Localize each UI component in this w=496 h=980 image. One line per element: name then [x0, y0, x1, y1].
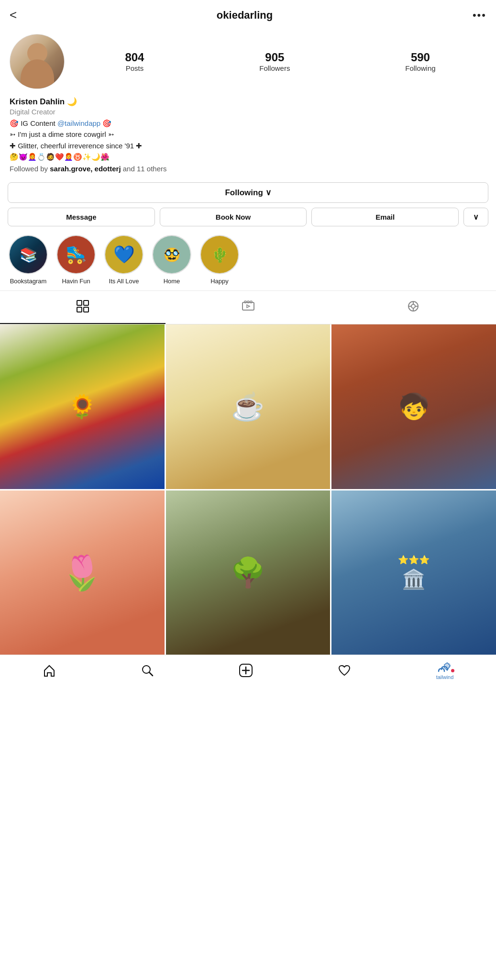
header-username: okiedarling — [217, 9, 273, 22]
highlight-icon-itsalllove: 💙 — [105, 236, 143, 273]
nav-tailwind[interactable]: tailwind — [436, 661, 454, 680]
highlight-icon-havinfun: 🛼 — [57, 236, 95, 273]
more-options-button[interactable]: ••• — [473, 9, 486, 22]
tailwind-icon — [438, 661, 452, 673]
posts-grid: 🌻 ☕ 🧒 🌷 🌳 ⭐⭐⭐ 🏛️ — [0, 324, 496, 655]
following-label: Following — [405, 64, 435, 72]
avatar[interactable] — [10, 34, 65, 89]
dropdown-button[interactable]: ∨ — [463, 208, 488, 226]
highlight-circle-bookstagram: 📚 — [9, 235, 48, 274]
highlight-label-bookstagram: Bookstagram — [10, 278, 47, 285]
bio-line-1: 🎯 IG Content @tailwindapp 🎯 — [10, 118, 486, 129]
bio-link[interactable]: @tailwindapp — [57, 119, 100, 127]
post-cell-4[interactable]: 🌷 — [0, 490, 165, 655]
message-button[interactable]: Message — [8, 208, 155, 226]
post-cell-5[interactable]: 🌳 — [166, 490, 331, 655]
highlight-label-itsalllove: Its All Love — [109, 278, 139, 285]
tab-reels[interactable] — [165, 293, 331, 324]
post-cell-1[interactable]: 🌻 — [0, 324, 165, 489]
followed-by-prefix: Followed by — [10, 165, 50, 173]
highlight-havinfun[interactable]: 🛼 Havin Fun — [56, 235, 96, 285]
bio-name: Kristen Dahlin 🌙 — [10, 97, 486, 107]
post-cell-6[interactable]: ⭐⭐⭐ 🏛️ — [331, 490, 496, 655]
highlight-home[interactable]: 🥸 Home — [152, 235, 191, 285]
following-count: 590 — [411, 51, 430, 64]
nav-activity[interactable] — [338, 664, 351, 677]
email-button[interactable]: Email — [311, 208, 459, 226]
following-label: Following ∨ — [225, 188, 271, 198]
posts-count: 804 — [125, 51, 144, 64]
svg-rect-3 — [84, 307, 88, 312]
bio-line-2: ➳ I'm just a dime store cowgirl ➳ — [10, 129, 486, 140]
nav-add[interactable] — [239, 663, 253, 678]
home-icon — [43, 664, 56, 677]
tagged-icon — [407, 300, 420, 316]
stats-row: 804 Posts 905 Followers 590 Following — [74, 51, 486, 72]
svg-rect-0 — [77, 301, 82, 305]
stat-followers[interactable]: 905 Followers — [259, 51, 290, 72]
bio-followed-by: Followed by sarah.grove, edotterj and 11… — [10, 165, 486, 173]
header: < okiedarling ••• — [0, 0, 496, 27]
bio-category: Digital Creator — [10, 108, 486, 116]
highlight-icon-home: 🥸 — [153, 236, 190, 273]
tab-tagged[interactable] — [331, 293, 496, 324]
highlight-itsalllove[interactable]: 💙 Its All Love — [104, 235, 143, 285]
svg-rect-4 — [242, 302, 254, 310]
highlight-circle-havinfun: 🛼 — [56, 235, 96, 274]
search-icon — [141, 664, 154, 677]
followers-count: 905 — [265, 51, 284, 64]
highlight-circle-itsalllove: 💙 — [104, 235, 143, 274]
followers-label: Followers — [259, 64, 290, 72]
tab-grid[interactable] — [0, 293, 165, 324]
stat-following[interactable]: 590 Following — [405, 51, 435, 72]
svg-rect-2 — [77, 307, 82, 312]
followed-by-names[interactable]: sarah.grove, edotterj — [50, 165, 121, 173]
highlight-label-happy: Happy — [210, 278, 229, 285]
highlight-circle-home: 🥸 — [152, 235, 191, 274]
bottom-nav: tailwind — [0, 655, 496, 688]
highlight-happy[interactable]: 🌵 Happy — [200, 235, 248, 285]
reels-icon — [242, 300, 255, 316]
highlight-bookstagram[interactable]: 📚 Bookstagram — [9, 235, 48, 285]
highlight-circle-happy: 🌵 — [200, 235, 239, 274]
grid-icon — [76, 300, 89, 316]
svg-rect-1 — [84, 301, 88, 305]
nav-search[interactable] — [141, 664, 154, 677]
highlight-label-havinfun: Havin Fun — [62, 278, 90, 285]
bio-emojis: 🤔😈👩‍🦰💍🧔❤️👩‍🦰♉✨🌙🌺 — [10, 151, 486, 162]
highlights-section: 📚 Bookstagram 🛼 Havin Fun 💙 Its All Love… — [0, 230, 496, 290]
stat-posts[interactable]: 804 Posts — [125, 51, 144, 72]
svg-line-15 — [149, 672, 153, 676]
book-now-button[interactable]: Book Now — [160, 208, 307, 226]
divider-1 — [0, 290, 496, 291]
post-cell-2[interactable]: ☕ — [166, 324, 331, 489]
add-icon — [239, 663, 253, 678]
highlight-icon-happy: 🌵 — [201, 236, 238, 273]
followed-by-suffix: and 11 others — [121, 165, 167, 173]
posts-label: Posts — [126, 64, 144, 72]
post-cell-3[interactable]: 🧒 — [331, 324, 496, 489]
highlight-label-home: Home — [164, 278, 180, 285]
svg-point-9 — [411, 304, 415, 308]
back-button[interactable]: < — [10, 8, 17, 22]
nav-home[interactable] — [43, 664, 56, 677]
tabs-row — [0, 293, 496, 324]
heart-icon — [338, 664, 351, 677]
tailwind-label: tailwind — [436, 674, 454, 680]
profile-section: 804 Posts 905 Followers 590 Following — [0, 27, 496, 94]
following-button[interactable]: Following ∨ — [8, 182, 488, 203]
highlight-icon-bookstagram: 📚 — [10, 236, 47, 273]
tailwind-notification-dot — [451, 669, 454, 672]
bio-line-3: ✚ Glitter, cheerful irreverence since '9… — [10, 140, 486, 151]
sub-buttons-row: Message Book Now Email ∨ — [8, 208, 488, 226]
action-buttons: Following ∨ Message Book Now Email ∨ — [0, 178, 496, 230]
bio-section: Kristen Dahlin 🌙 Digital Creator 🎯 IG Co… — [0, 94, 496, 178]
